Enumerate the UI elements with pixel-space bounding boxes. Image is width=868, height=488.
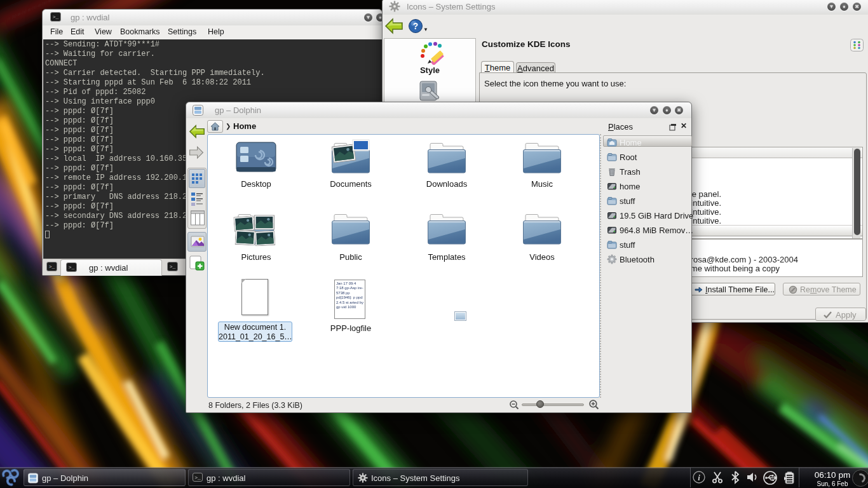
svg-text:?: ?	[413, 21, 419, 31]
svg-text:i: i	[698, 473, 700, 482]
